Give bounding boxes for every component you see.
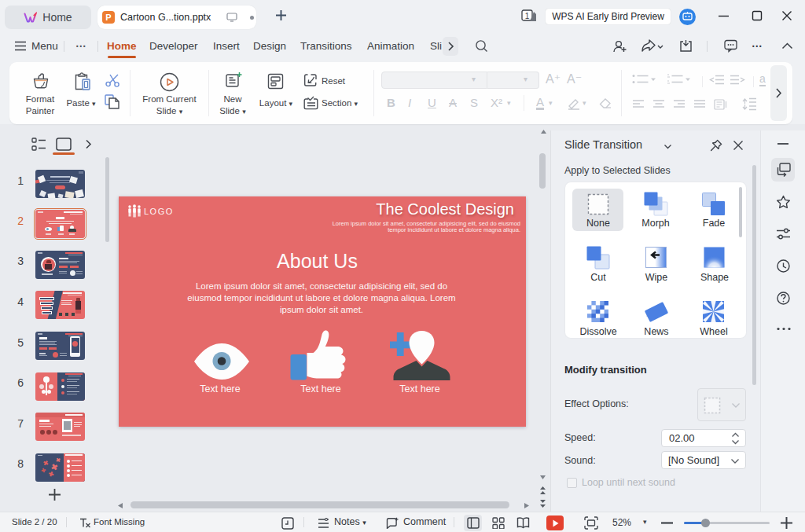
svg-text:1: 1 [525,12,530,20]
